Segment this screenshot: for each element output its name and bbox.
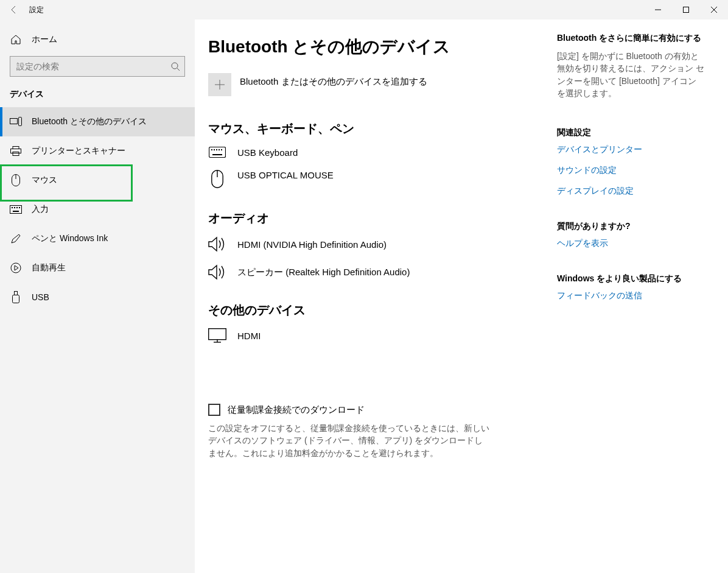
mouse-icon: [208, 170, 226, 188]
pen-icon: [10, 233, 22, 244]
svg-rect-19: [211, 149, 212, 150]
svg-rect-4: [13, 147, 19, 149]
plus-icon: [214, 79, 225, 90]
svg-rect-14: [13, 211, 19, 212]
add-device-button[interactable]: [208, 73, 231, 96]
sidebar-item-autoplay[interactable]: 自動再生: [0, 253, 195, 283]
svg-rect-27: [209, 329, 226, 340]
svg-rect-9: [10, 206, 22, 214]
autoplay-icon: [10, 262, 22, 273]
app-title: 設定: [28, 0, 44, 19]
titlebar: 設定: [0, 0, 728, 19]
sidebar-home[interactable]: ホーム: [0, 30, 195, 56]
sidebar-home-label: ホーム: [32, 34, 57, 45]
svg-rect-10: [12, 207, 13, 208]
back-button[interactable]: [0, 0, 28, 19]
device-row-hdmi[interactable]: HDMI: [208, 328, 557, 343]
usb-icon: [10, 291, 22, 303]
sidebar-category-heading: デバイス: [0, 89, 195, 107]
printer-icon: [10, 146, 22, 156]
device-label: スピーカー (Realtek High Definition Audio): [237, 267, 410, 278]
maximize-button[interactable]: [672, 0, 700, 19]
help-heading: 質問がありますか?: [557, 221, 704, 232]
device-label: USB Keyboard: [237, 147, 298, 158]
svg-rect-5: [11, 149, 21, 153]
mouse-icon: [10, 174, 22, 186]
minimize-button[interactable]: [644, 0, 672, 19]
keyboard-icon: [208, 147, 226, 158]
search-box[interactable]: [10, 56, 185, 77]
sidebar-item-bluetooth[interactable]: Bluetooth とその他のデバイス: [0, 107, 195, 136]
sidebar-nav-list: Bluetooth とその他のデバイス プリンターとスキャナー マウス 入力: [0, 107, 195, 312]
device-row-hdmi-audio[interactable]: HDMI (NVIDIA High Definition Audio): [208, 236, 557, 252]
search-input[interactable]: [10, 56, 185, 77]
feedback-heading: Windows をより良い製品にする: [557, 273, 704, 284]
sidebar-item-label: プリンターとスキャナー: [32, 146, 125, 156]
section-heading-other: その他のデバイス: [208, 302, 557, 318]
link-devices-printers[interactable]: デバイスとプリンター: [557, 144, 704, 155]
sidebar-item-printers[interactable]: プリンターとスキャナー: [0, 136, 195, 166]
keyboard-icon: [10, 205, 22, 214]
add-device-label: Bluetooth またはその他のデバイスを追加する: [240, 76, 427, 88]
svg-rect-0: [684, 7, 689, 13]
svg-rect-3: [19, 118, 22, 126]
sidebar-item-usb[interactable]: USB: [0, 283, 195, 312]
sidebar: ホーム デバイス Bluetooth とその他のデバイス: [0, 19, 195, 573]
sidebar-item-label: 入力: [32, 204, 49, 215]
link-help[interactable]: ヘルプを表示: [557, 238, 704, 249]
speaker-icon: [208, 264, 226, 280]
home-icon: [10, 34, 22, 45]
device-row-keyboard[interactable]: USB Keyboard: [208, 147, 557, 158]
device-row-speaker[interactable]: スピーカー (Realtek High Definition Audio): [208, 264, 557, 280]
side-bt-tip-desc: [設定] を開かずに Bluetooth の有効と無効を切り替えるには、アクショ…: [557, 50, 704, 99]
close-icon: [711, 7, 717, 13]
sidebar-item-pen[interactable]: ペンと Windows Ink: [0, 224, 195, 253]
svg-rect-21: [216, 149, 217, 150]
monitor-icon: [208, 328, 226, 343]
link-display-settings[interactable]: ディスプレイの設定: [557, 186, 704, 197]
side-bt-tip-heading: Bluetooth をさらに簡単に有効にする: [557, 33, 704, 44]
sidebar-item-typing[interactable]: 入力: [0, 195, 195, 224]
svg-rect-20: [214, 149, 215, 150]
sidebar-item-label: Bluetooth とその他のデバイス: [32, 116, 147, 127]
section-heading-input: マウス、キーボード、ペン: [208, 121, 557, 137]
related-settings-heading: 関連設定: [557, 127, 704, 138]
device-label: HDMI: [237, 331, 261, 341]
svg-rect-24: [212, 154, 222, 155]
arrow-left-icon: [9, 5, 19, 15]
maximize-icon: [683, 7, 689, 13]
content-area: Bluetooth とその他のデバイス Bluetooth またはその他のデバイ…: [195, 19, 728, 573]
link-sound-settings[interactable]: サウンドの設定: [557, 165, 704, 176]
checkbox-box[interactable]: [208, 404, 220, 416]
page-title: Bluetooth とその他のデバイス: [208, 35, 557, 58]
device-row-mouse[interactable]: USB OPTICAL MOUSE: [208, 170, 557, 188]
side-column: Bluetooth をさらに簡単に有効にする [設定] を開かずに Blueto…: [557, 19, 715, 573]
svg-rect-22: [219, 149, 220, 150]
sidebar-item-mouse[interactable]: マウス: [0, 166, 195, 195]
main-column: Bluetooth とその他のデバイス Bluetooth またはその他のデバイ…: [195, 19, 557, 573]
devices-icon: [10, 117, 22, 127]
add-device-row[interactable]: Bluetooth またはその他のデバイスを追加する: [208, 73, 557, 96]
svg-rect-17: [13, 295, 19, 303]
checkbox-label: 従量制課金接続でのダウンロード: [228, 404, 365, 416]
svg-rect-6: [13, 152, 19, 156]
metered-download-checkbox[interactable]: 従量制課金接続でのダウンロード: [208, 404, 557, 416]
sidebar-item-label: マウス: [32, 175, 57, 186]
section-heading-audio: オーディオ: [208, 210, 557, 227]
svg-rect-18: [209, 147, 226, 158]
device-label: HDMI (NVIDIA High Definition Audio): [237, 239, 387, 250]
svg-rect-12: [16, 207, 18, 208]
metered-download-description: この設定をオフにすると、従量制課金接続を使っているときには、新しいデバイスのソフ…: [208, 422, 489, 459]
svg-rect-2: [10, 119, 18, 124]
svg-point-15: [11, 263, 21, 273]
svg-rect-13: [19, 207, 20, 208]
minimize-icon: [655, 7, 661, 13]
link-feedback[interactable]: フィードバックの送信: [557, 290, 704, 301]
sidebar-item-label: 自動再生: [32, 262, 66, 273]
svg-point-1: [172, 63, 178, 69]
svg-rect-16: [15, 292, 18, 295]
svg-rect-11: [14, 207, 15, 208]
device-label: USB OPTICAL MOUSE: [237, 170, 334, 180]
sidebar-item-label: ペンと Windows Ink: [32, 233, 108, 244]
close-button[interactable]: [700, 0, 728, 19]
